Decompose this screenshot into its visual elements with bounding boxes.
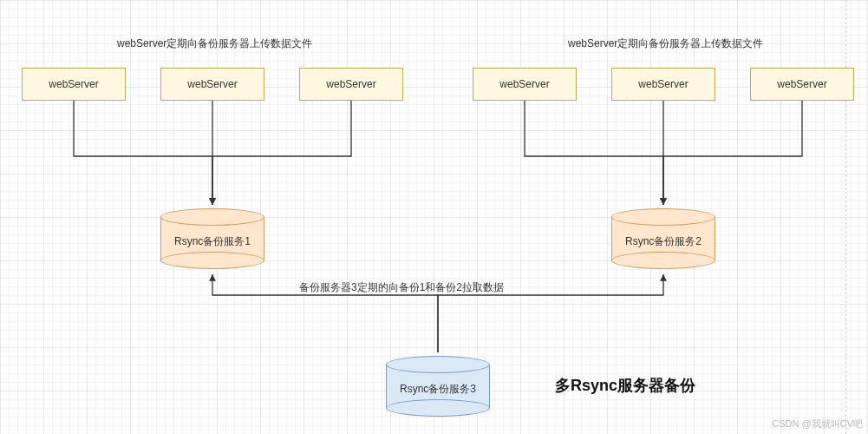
webserver-label: webServer — [49, 78, 98, 90]
rsync-backup-3-label: Rsync备份服务3 — [386, 382, 490, 397]
rsync-backup-2-label: Rsync备份服务2 — [611, 234, 715, 249]
webserver-label: webServer — [499, 78, 549, 90]
diagram-title: 多Rsync服务器备份 — [555, 375, 695, 396]
webserver-label: webServer — [777, 78, 826, 90]
rsync-backup-2: Rsync备份服务2 — [611, 208, 715, 260]
rsync-backup-3: Rsync备份服务3 — [386, 356, 490, 408]
watermark: CSDN @我就叫CV吧 — [772, 418, 863, 431]
page-divider — [845, 0, 846, 434]
caption-right: webServer定期向备份服务器上传数据文件 — [568, 36, 763, 51]
caption-left: webServer定期向备份服务器上传数据文件 — [117, 36, 312, 51]
rsync-backup-1-label: Rsync备份服务1 — [160, 234, 264, 249]
webserver-box-5: webServer — [611, 68, 715, 101]
rsync-backup-1: Rsync备份服务1 — [160, 208, 264, 260]
webserver-box-2: webServer — [160, 68, 264, 101]
webserver-box-1: webServer — [22, 68, 126, 101]
webserver-label: webServer — [187, 78, 237, 90]
webserver-box-3: webServer — [299, 68, 403, 101]
webserver-label: webServer — [326, 78, 375, 90]
caption-middle: 备份服务器3定期的向备份1和备份2拉取数据 — [299, 280, 504, 295]
webserver-box-4: webServer — [473, 68, 577, 101]
webserver-label: webServer — [638, 78, 688, 90]
webserver-box-6: webServer — [750, 68, 854, 101]
